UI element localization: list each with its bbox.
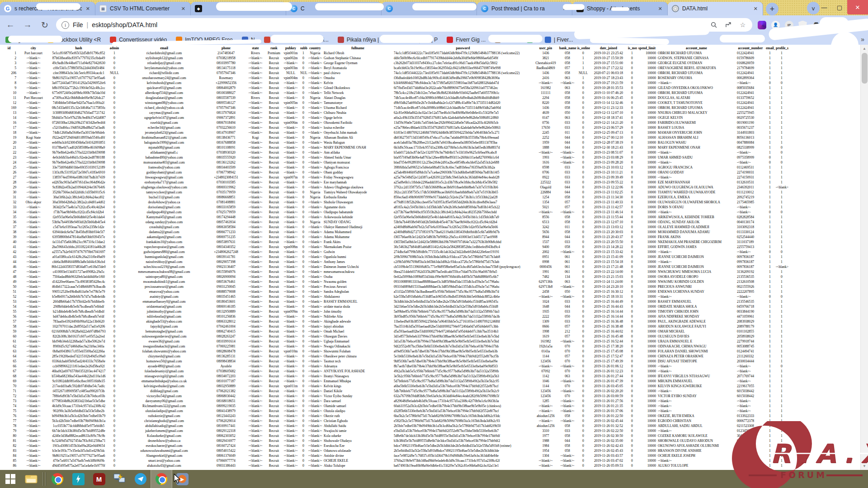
table-cell: 0 bbox=[576, 418, 590, 423]
table-cell: -<blank>- bbox=[533, 364, 558, 369]
table-cell: 08098438834 bbox=[207, 359, 245, 364]
table-cell: 0 bbox=[627, 244, 637, 249]
bookmark-item[interactable]: Fiverr Gig ... bbox=[447, 37, 486, 43]
table-cell: 2083938029 bbox=[736, 319, 765, 324]
table-cell: SHOBOWALE OLUDAYO ABIODUN bbox=[657, 438, 736, 443]
column-header-date_joined: date_joined bbox=[590, 45, 627, 51]
table-cell: -<blank>- bbox=[307, 66, 323, 70]
table-cell: eeb69a3cb92300456b6a5f4162093851 bbox=[50, 140, 108, 145]
bookmark-star-icon[interactable]: ☆ bbox=[739, 21, 747, 29]
table-cell: -<blank>- bbox=[245, 294, 266, 299]
table-cell: 0 bbox=[108, 379, 121, 384]
tab-close-icon[interactable]: ✕ bbox=[657, 6, 663, 12]
table-row: 5-<blank>-cfffe53d1c5788f505b22d4d30d5f4… bbox=[1, 66, 788, 70]
forward-button[interactable]: → bbox=[22, 20, 33, 30]
minimize-button[interactable]: — bbox=[816, 0, 832, 14]
table-cell: 0 bbox=[765, 249, 775, 254]
table-cell: 2019-11-23 11:42:57 bbox=[590, 205, 627, 210]
table-cell: 011 bbox=[558, 225, 576, 230]
table-cell: -<blank>- bbox=[282, 249, 299, 254]
table-cell: oladipupo40@gmail.com bbox=[121, 210, 207, 215]
table-cell: 0019001190 bbox=[736, 120, 765, 125]
back-button[interactable]: ← bbox=[5, 20, 16, 30]
table-cell: -<blank>- bbox=[245, 453, 266, 458]
table-cell: 0123456749 bbox=[736, 428, 765, 433]
tab-close-icon[interactable]: ✕ bbox=[85, 6, 91, 12]
browser-tab-post-thread-cra-to-ra[interactable]: CPost thread | Cra to ra✕ bbox=[477, 2, 572, 15]
tab-close-icon[interactable]: ✕ bbox=[180, 6, 186, 12]
table-cell: -<blank>- bbox=[17, 110, 50, 115]
browser-tab-data-html[interactable]: DATA.html✕ bbox=[668, 2, 763, 15]
table-cell: 0 bbox=[627, 120, 637, 125]
table-cell: 0 bbox=[108, 359, 121, 364]
table-cell: 2019-11-25 17:52:47 bbox=[590, 354, 627, 359]
table-cell: 11bebed9a93b3855094225b0da7a96403bb5e5c2… bbox=[393, 319, 533, 324]
table-cell: 10000 bbox=[637, 349, 657, 354]
table-cell: Abdulazeez bbox=[323, 294, 393, 299]
table-cell: -<blank>- bbox=[657, 210, 736, 215]
table-cell: +2348023084151 bbox=[207, 175, 245, 180]
table-cell: NWACHUKWU MMESOMA LUCIA bbox=[657, 269, 736, 274]
table-cell: Ifeanyi Ntiasagwu bbox=[323, 374, 393, 379]
table-cell: Recruit bbox=[266, 394, 282, 399]
table-cell: 0 bbox=[108, 61, 121, 66]
table-cell: 1 bbox=[775, 140, 788, 145]
chrome-taskbar-icon[interactable] bbox=[47, 470, 68, 488]
purple-extension-icon[interactable] bbox=[758, 21, 766, 29]
share-icon[interactable] bbox=[724, 21, 732, 29]
table-cell: 10000 bbox=[637, 185, 657, 190]
table-cell: 08054015422 bbox=[207, 448, 245, 453]
table-cell: 2219617055 bbox=[736, 384, 765, 389]
maximize-button[interactable]: ▢ bbox=[832, 0, 847, 14]
zoom-icon[interactable] bbox=[710, 21, 718, 29]
table-cell: 3047979799 bbox=[736, 433, 765, 438]
thunder-taskbar-icon[interactable] bbox=[68, 470, 89, 488]
scrollbar-thumb[interactable] bbox=[862, 53, 868, 84]
gmail-taskbar-icon[interactable]: M bbox=[89, 470, 109, 488]
table-cell: -<blank>- bbox=[245, 80, 266, 85]
table-cell: berylatomatofa@yahoo.com bbox=[121, 66, 207, 70]
table-cell: Eseokocha Eze bbox=[323, 443, 393, 448]
new-tab-button[interactable]: + bbox=[766, 3, 778, 15]
table-cell: 10000 bbox=[637, 359, 657, 364]
table-cell: Recruit bbox=[266, 80, 282, 85]
scrollbar-up-arrow[interactable]: ▲ bbox=[861, 45, 868, 52]
table-cell: 08138436771 bbox=[207, 135, 245, 140]
table-cell: 29f8b0ddeb4b5efb7bcdbeafb7efbbdf bbox=[50, 304, 108, 309]
telegram-taskbar-icon[interactable] bbox=[130, 470, 151, 488]
table-cell: Abdullahi Saidu bbox=[323, 423, 393, 428]
scrollbar[interactable]: ▲ ▼ bbox=[860, 45, 868, 470]
table-cell: 2132610508 bbox=[736, 279, 765, 284]
explorer-taskbar-icon[interactable] bbox=[21, 470, 42, 488]
table-cell: 0 bbox=[108, 249, 121, 254]
table-cell: ANTYIKAYE FOLASHADE bbox=[323, 369, 393, 374]
table-cell: 08029122318 bbox=[207, 428, 245, 433]
table-cell: 10000 bbox=[637, 130, 657, 135]
table-cell: 902f90c3a3b5efbfdbd33a5f3e5dbe2b bbox=[50, 408, 108, 413]
table-cell: 2058938029 bbox=[736, 334, 765, 339]
table-cell: 058 bbox=[558, 244, 576, 249]
blue-favicon-icon: C bbox=[386, 5, 393, 12]
chrome-active-taskbar-icon[interactable] bbox=[151, 470, 172, 488]
start-taskbar-icon[interactable] bbox=[0, 470, 21, 488]
table-cell: 07038218958 bbox=[207, 56, 245, 61]
tab-close-icon[interactable]: ✕ bbox=[753, 6, 759, 12]
table-cell: 19f3cd308f1455b3fa09a282e0d49654 bbox=[50, 443, 108, 448]
table-cell: 1 bbox=[775, 120, 788, 125]
table-cell: 1 bbox=[775, 130, 788, 135]
bookmark-item[interactable]: | Fiver... bbox=[545, 37, 573, 43]
remote-pc-taskbar-icon[interactable] bbox=[109, 470, 130, 488]
table-cell: 0 bbox=[108, 284, 121, 289]
scrollbar-down-arrow[interactable]: ▼ bbox=[861, 462, 868, 470]
browser-tab-csv-to-html-converter[interactable]: ▤CSV To HTML Converter✕ bbox=[95, 2, 191, 15]
close-button[interactable]: ✕ bbox=[847, 0, 868, 14]
page-info-icon[interactable]: i bbox=[61, 21, 69, 29]
table-cell: -<blank>- bbox=[17, 374, 50, 379]
bookmarks-overflow-chevron[interactable]: » bbox=[861, 36, 864, 43]
reload-button[interactable]: ↻ bbox=[39, 20, 51, 30]
table-cell: b0949bb3b1a5b3cd2b5bfe7edbe03b79 bbox=[50, 413, 108, 418]
table-cell: 2346392011 bbox=[736, 185, 765, 190]
table-cell: -<blank>- bbox=[558, 284, 576, 289]
table-cell: 6015038442 bbox=[736, 394, 765, 399]
table-cell: 0 bbox=[299, 185, 307, 190]
